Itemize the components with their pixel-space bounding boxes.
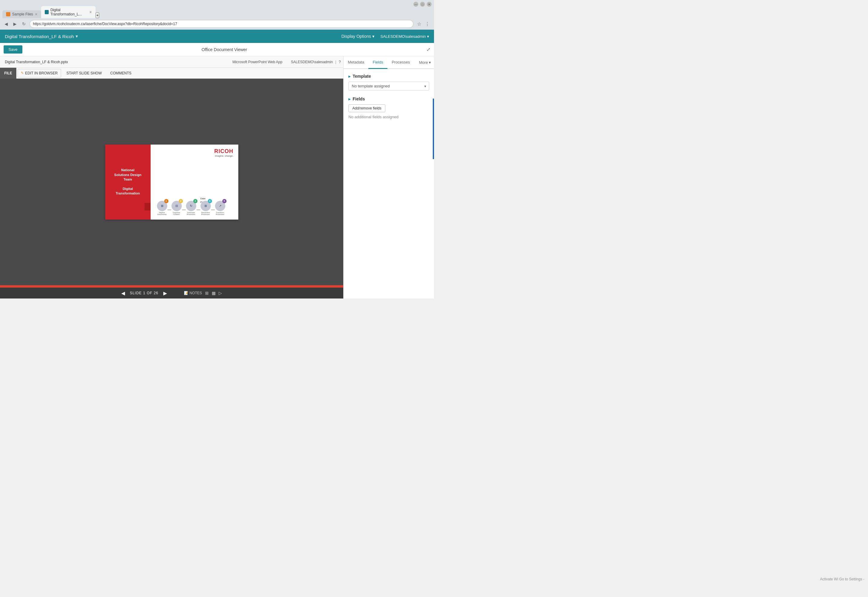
no-fields-text: No additional fields assigned [349,114,429,119]
slide-navigation: ◀ SLIDE 1 OF 26 ▶ 📝 NOTES ⊞ ▦ ▷ [0,288,343,298]
maximize-button[interactable]: □ [420,2,425,7]
step-connector-2 [182,209,186,210]
process-step-4: ⊞ 4 Streamline Processes [200,201,211,215]
view-toggle-button[interactable]: ⊞ [205,291,209,296]
doc-actions-bar: FILE ✎ EDIT IN BROWSER START SLIDE SHOW … [0,68,343,79]
doc-user: SALESDEMO\salesadmin [289,60,335,64]
add-remove-fields-button[interactable]: Add/remove fields [349,104,385,112]
process-flow: ⊞ 1 Digitize Documents ⊟ 2 [157,201,238,215]
notes-label: NOTES [190,291,202,295]
close-tab-2[interactable]: ✕ [89,10,92,14]
step-num-3: 3 [193,199,197,203]
save-button[interactable]: Save [4,45,22,53]
process-step-5: ↗ 5 Transform Processes [215,201,226,215]
blue-accent-bar [433,99,434,159]
slideshow-button[interactable]: ▷ [219,291,222,296]
step-circle-3: ↻ 3 [186,201,196,211]
main-layout: Digital Transformation_LF & Ricoh.pptx M… [0,56,434,298]
step-circle-4: ⊞ 4 [200,201,211,211]
comments-button[interactable]: COMMENTS [106,68,136,79]
edit-in-browser-button[interactable]: ✎ EDIT IN BROWSER [18,69,61,77]
reload-button[interactable]: ↻ [21,21,27,27]
notes-button[interactable]: 📝 NOTES [184,291,202,296]
browser-tab-sample-files[interactable]: Sample Files ✕ [2,10,41,18]
tab-label-sample-files: Sample Files [12,12,33,16]
user-info[interactable]: SALESDEMO\salesadmin ▾ [380,34,429,39]
back-button[interactable]: ◀ [3,21,9,27]
fields-section-header: ▶ Fields [349,97,429,101]
step-circle-1: ⊞ 1 [157,201,167,211]
more-dropdown-button[interactable]: More ▾ [416,56,434,68]
display-options-button[interactable]: Display Options ▾ [341,34,374,39]
minimize-button[interactable]: — [414,2,418,7]
slide-tools: 📝 NOTES ⊞ ▦ ▷ [184,291,222,296]
file-button[interactable]: FILE [0,68,16,79]
ricoh-tagline: imagine. change. [214,154,233,157]
step-connector-1 [168,209,171,210]
prev-slide-button[interactable]: ◀ [121,290,125,296]
template-select-wrapper: No template assigned [349,82,429,91]
app-header: Digital Transformation_LF & Ricoh ▾ Disp… [0,30,434,43]
document-viewer: Digital Transformation_LF & Ricoh.pptx M… [0,56,343,298]
doc-filename: Digital Transformation_LF & Ricoh.pptx [0,60,226,64]
doc-app-name: Microsoft PowerPoint Web App [226,60,288,64]
tab-fields[interactable]: Fields [368,56,387,69]
process-step-2: ⊟ 2 Organize Content [171,201,182,215]
tab-metadata-label: Metadata [348,60,364,64]
browser-tabs-bar: Sample Files ✕ Digital Transformation_L.… [0,9,434,18]
app-title-text: Digital Transformation_LF & Ricoh [5,34,74,39]
thumbnail-button[interactable]: ▦ [212,291,216,296]
tab-label-digital-transformation: Digital Transformation_L... [50,8,88,16]
app-title-area: Digital Transformation_LF & Ricoh ▾ [5,34,78,39]
address-bar: ◀ ▶ ↻ ☆ ⋮ [0,18,434,30]
fields-section: ▶ Fields Add/remove fields No additional… [349,97,429,119]
step-num-5: 5 [222,199,227,203]
address-input[interactable] [30,20,414,28]
template-section-header: ▶ Template [349,74,429,79]
slide-area: NationalSolutions DesignTeamDigitalTrans… [0,79,343,285]
user-dropdown-arrow: ▾ [427,34,429,39]
slide-counter: SLIDE 1 OF 26 [130,291,158,295]
display-options-arrow: ▾ [372,34,374,39]
fields-section-title: Fields [353,97,365,101]
slide-bottom-bar [0,285,343,288]
fullscreen-button[interactable]: ⤢ [426,47,430,52]
step-label-2: Organize Content [171,212,182,215]
step-circle-2: ⊟ 2 [172,201,182,211]
display-options-label: Display Options [341,34,371,39]
close-button[interactable]: ✕ [427,2,432,7]
step-num-4: 4 [208,199,212,203]
process-step-3: ↻ 3 Automate Processes [186,201,197,215]
step-connector-3 [197,209,200,210]
bookmark-button[interactable]: ☆ [416,21,423,28]
panel-tabs: Metadata Fields Processes More ▾ [344,56,434,69]
viewer-title: Office Document Viewer [22,47,426,52]
right-panel: Metadata Fields Processes More ▾ ▶ Templ… [343,56,434,298]
template-arrow-icon: ▶ [349,75,351,78]
slide-right-panel: RICOH imagine. change. Date Presenter ⊞ [151,144,238,220]
slide-bottom-fold [145,203,151,211]
tab-fields-label: Fields [372,60,383,64]
user-name: SALESDEMO\salesadmin [380,34,426,39]
edit-in-browser-label: EDIT IN BROWSER [25,71,58,75]
tab-metadata[interactable]: Metadata [344,56,368,69]
doc-help-button[interactable]: ? [336,59,343,64]
tab-processes[interactable]: Processes [387,56,414,69]
template-section: ▶ Template No template assigned [349,74,429,91]
step-label-4: Streamline Processes [200,212,211,215]
start-slide-show-button[interactable]: START SLIDE SHOW [62,68,106,79]
settings-button[interactable]: ⋮ [424,21,431,28]
slide-logo: RICOH imagine. change. [214,148,233,157]
header-right: Display Options ▾ SALESDEMO\salesadmin ▾ [341,34,429,39]
close-tab-1[interactable]: ✕ [35,12,37,16]
slide-left-panel: NationalSolutions DesignTeamDigitalTrans… [105,144,151,220]
browser-tab-digital-transformation[interactable]: Digital Transformation_L... ✕ [41,6,96,18]
forward-button[interactable]: ▶ [12,21,18,27]
notes-icon: 📝 [184,291,188,295]
address-actions: ☆ ⋮ [416,21,431,28]
step-label-1: Digitize Documents [157,212,168,215]
template-select[interactable]: No template assigned [349,82,429,91]
new-tab-button[interactable]: + [96,12,99,18]
next-slide-button[interactable]: ▶ [163,290,167,296]
app-title-dropdown-icon[interactable]: ▾ [76,34,78,39]
